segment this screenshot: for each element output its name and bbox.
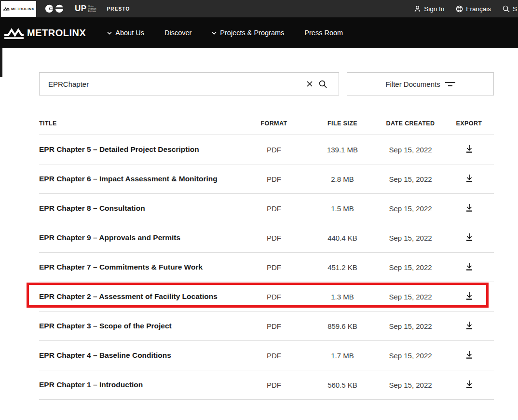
document-date-created: Sep 15, 2022: [377, 322, 444, 330]
document-date-created: Sep 15, 2022: [377, 204, 444, 213]
metrolinx-tab-label: METROLINX: [11, 7, 34, 11]
nav-item-projects-programs[interactable]: Projects & Programs: [212, 29, 284, 37]
document-file-size: 451.2 KB: [308, 263, 377, 271]
language-label: Français: [466, 5, 491, 13]
header-export: EXPORT: [444, 120, 494, 127]
download-icon: [465, 203, 473, 212]
metrolinx-home-link[interactable]: METROLINX: [4, 27, 86, 39]
language-toggle[interactable]: Français: [456, 5, 491, 13]
sign-in-label: Sign In: [424, 5, 444, 13]
download-button[interactable]: [462, 172, 477, 186]
document-date-created: Sep 15, 2022: [377, 381, 444, 389]
document-format: PDF: [240, 234, 308, 242]
download-icon: [465, 321, 473, 330]
documents-page: Filter Documents TITLE FORMAT FILE SIZE …: [0, 48, 518, 400]
document-format: PDF: [240, 381, 308, 389]
document-file-size: 1.7 MB: [308, 352, 377, 360]
table-row: EPR Chapter 5 – Detailed Project Descrip…: [39, 135, 494, 164]
header-date-created: DATE CREATED: [377, 120, 444, 127]
metrolinx-logo-icon: [4, 27, 24, 39]
nav-item-press-room[interactable]: Press Room: [304, 29, 343, 37]
document-file-size: 560.5 KB: [308, 381, 377, 389]
document-title[interactable]: EPR Chapter 5 – Detailed Project Descrip…: [39, 145, 240, 154]
main-nav: METROLINX About Us Discover Projects & P…: [0, 17, 518, 48]
document-file-size: 1.5 MB: [308, 204, 377, 213]
utility-bar: METROLINX UP Union Pearson Express PREST…: [0, 0, 518, 17]
up-logo-label: UP: [75, 4, 87, 14]
table-row-highlighted: EPR Chapter 2 – Assessment of Facility L…: [39, 282, 494, 312]
search-icon: [319, 80, 327, 88]
document-title[interactable]: EPR Chapter 6 – Impact Assessment & Moni…: [39, 175, 240, 183]
document-file-size: 1.3 MB: [308, 293, 377, 301]
table-row: EPR Chapter 1 – Introduction PDF 560.5 K…: [39, 370, 494, 400]
up-express-logo[interactable]: UP Union Pearson Express: [75, 4, 96, 14]
document-format: PDF: [240, 204, 308, 213]
document-date-created: Sep 15, 2022: [377, 352, 444, 360]
document-date-created: Sep 15, 2022: [377, 234, 444, 242]
download-button[interactable]: [462, 349, 477, 363]
download-button[interactable]: [462, 143, 477, 157]
header-format: FORMAT: [240, 120, 308, 127]
up-logo-subtext: Union Pearson Express: [88, 5, 96, 13]
left-edge-strip: [0, 48, 2, 77]
header-file-size: FILE SIZE: [308, 120, 377, 127]
download-icon: [465, 262, 473, 271]
table-row: EPR Chapter 4 – Baseline Conditions PDF …: [39, 341, 494, 370]
document-file-size: 859.6 KB: [308, 322, 377, 330]
document-date-created: Sep 15, 2022: [377, 293, 444, 301]
metrolinx-brand-label: METROLINX: [27, 27, 86, 39]
header-title: TITLE: [39, 120, 240, 127]
site-search-link[interactable]: S: [503, 5, 517, 13]
filter-documents-button[interactable]: Filter Documents: [347, 72, 494, 95]
download-icon: [465, 380, 473, 389]
metrolinx-tab[interactable]: METROLINX: [1, 1, 36, 17]
download-button[interactable]: [462, 378, 477, 392]
document-format: PDF: [240, 146, 308, 154]
download-button[interactable]: [462, 231, 477, 245]
go-transit-logo[interactable]: [45, 4, 64, 14]
table-row: EPR Chapter 3 – Scope of the Project PDF…: [39, 312, 494, 341]
document-title[interactable]: EPR Chapter 4 – Baseline Conditions: [39, 351, 240, 360]
document-file-size: 139.1 MB: [308, 146, 377, 154]
site-search-label: S: [513, 5, 517, 13]
download-button[interactable]: [462, 260, 477, 274]
filter-icon: [445, 82, 455, 86]
document-date-created: Sep 15, 2022: [377, 263, 444, 271]
globe-icon: [456, 5, 463, 13]
table-header-row: TITLE FORMAT FILE SIZE DATE CREATED EXPO…: [39, 112, 494, 135]
document-title[interactable]: EPR Chapter 8 – Consultation: [39, 204, 240, 213]
filter-documents-label: Filter Documents: [385, 80, 440, 88]
download-icon: [465, 292, 473, 300]
download-icon: [465, 351, 473, 359]
download-icon: [465, 233, 473, 242]
document-format: PDF: [240, 322, 308, 330]
sign-in-link[interactable]: Sign In: [414, 5, 444, 13]
close-icon: [306, 81, 313, 87]
chevron-down-icon: [212, 31, 217, 35]
download-icon: [465, 145, 473, 153]
clear-search-button[interactable]: [303, 78, 316, 90]
documents-table: TITLE FORMAT FILE SIZE DATE CREATED EXPO…: [39, 112, 494, 400]
document-title[interactable]: EPR Chapter 3 – Scope of the Project: [39, 322, 240, 330]
download-button[interactable]: [462, 319, 477, 333]
document-title[interactable]: EPR Chapter 2 – Assessment of Facility L…: [39, 292, 240, 301]
table-row: EPR Chapter 6 – Impact Assessment & Moni…: [39, 164, 494, 194]
document-title[interactable]: EPR Chapter 7 – Commitments & Future Wor…: [39, 263, 240, 271]
download-icon: [465, 174, 473, 183]
document-date-created: Sep 15, 2022: [377, 146, 444, 154]
presto-logo[interactable]: PRESTO: [107, 6, 130, 12]
nav-item-about-us[interactable]: About Us: [107, 29, 144, 37]
download-button[interactable]: [462, 290, 477, 304]
metrolinx-icon: [3, 7, 10, 11]
document-date-created: Sep 15, 2022: [377, 175, 444, 183]
person-icon: [414, 5, 421, 13]
download-button[interactable]: [462, 202, 477, 216]
nav-item-discover[interactable]: Discover: [164, 29, 191, 37]
chevron-down-icon: [107, 31, 112, 35]
document-search-box: [39, 72, 339, 95]
document-format: PDF: [240, 175, 308, 183]
document-title[interactable]: EPR Chapter 1 – Introduction: [39, 380, 240, 389]
submit-search-button[interactable]: [316, 77, 330, 91]
document-search-input[interactable]: [48, 80, 303, 88]
document-title[interactable]: EPR Chapter 9 – Approvals and Permits: [39, 233, 240, 242]
